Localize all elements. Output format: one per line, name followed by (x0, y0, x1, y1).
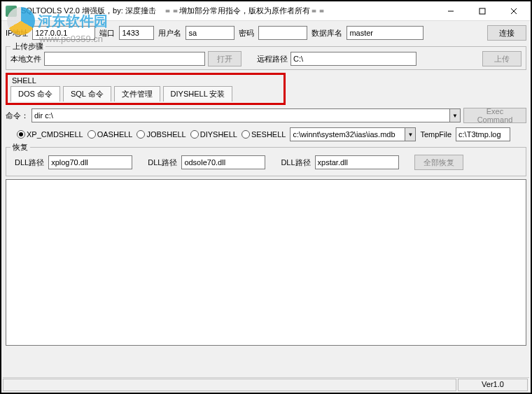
command-input[interactable] (31, 108, 449, 122)
restore-group: 恢复 DLL路径 DLL路径 DLL路径 全部恢复 (6, 147, 526, 176)
upload-button[interactable]: 上传 (482, 51, 522, 66)
tab-dos[interactable]: DOS 命令 (10, 86, 60, 101)
title-bar: SQLTOOLS V2.0 增强版，by: 深度撞击 ＝＝增加部分常用指令，版权… (1, 1, 531, 21)
chevron-down-icon[interactable]: ▼ (449, 108, 461, 122)
maximize-button[interactable] (466, 2, 498, 20)
restore-legend: 恢复 (10, 142, 30, 153)
port-label: 端口 (99, 28, 115, 38)
tempfile-input[interactable] (456, 127, 510, 141)
db-label: 数据库名 (312, 28, 342, 38)
status-bar: Ver1.0 (3, 377, 529, 391)
connection-group: IP地址 端口 用户名 密码 数据库名 连接 (1, 22, 531, 43)
tab-file-manage[interactable]: 文件管理 (114, 86, 160, 101)
dll2-input[interactable] (181, 155, 265, 169)
shell-tabstrip: DOS 命令 SQL 命令 文件管理 DIYSHELL 安装 (8, 85, 284, 101)
pwd-input[interactable] (258, 26, 307, 40)
command-label: 命令： (6, 111, 29, 121)
user-label: 用户名 (158, 28, 181, 38)
shell-path-input[interactable] (290, 127, 405, 141)
radio-diyshell[interactable]: DIYSHELL (190, 130, 237, 139)
chevron-down-icon[interactable]: ▼ (405, 127, 416, 141)
dll2-label: DLL路径 (148, 157, 177, 168)
svg-rect-1 (479, 8, 485, 14)
command-combo[interactable]: ▼ (31, 108, 461, 122)
command-row: 命令： ▼ Exec Command (1, 105, 531, 126)
shell-tabs-highlight: SHELL DOS 命令 SQL 命令 文件管理 DIYSHELL 安装 (6, 73, 286, 105)
dll1-label: DLL路径 (15, 157, 44, 168)
tab-diyshell-install[interactable]: DIYSHELL 安装 (163, 86, 233, 101)
radio-seshell[interactable]: SESHELL (241, 130, 286, 139)
status-cell-empty (3, 379, 456, 391)
output-textarea[interactable] (6, 179, 526, 346)
minimize-button[interactable] (435, 2, 466, 20)
radio-oashell[interactable]: OASHELL (88, 130, 133, 139)
tab-sql[interactable]: SQL 命令 (63, 86, 111, 101)
radio-jobshell[interactable]: JOBSHELL (136, 130, 186, 139)
window-title: SQLTOOLS V2.0 增强版，by: 深度撞击 ＝＝增加部分常用指令，版权… (21, 6, 435, 16)
status-version: Ver1.0 (458, 379, 528, 391)
connect-button[interactable]: 连接 (487, 25, 526, 41)
pwd-label: 密码 (239, 28, 254, 38)
shell-type-row: XP_CMDSHELL OASHELL JOBSHELL DIYSHELL SE… (1, 126, 531, 144)
shell-path-combo[interactable]: ▼ (290, 127, 416, 141)
app-icon (6, 6, 17, 17)
dll3-input[interactable] (315, 155, 399, 169)
shell-legend: SHELL (8, 75, 284, 85)
ip-label: IP地址 (6, 28, 28, 38)
close-button[interactable] (498, 2, 529, 20)
dll3-label: DLL路径 (281, 157, 310, 168)
remote-path-label: 远程路径 (257, 54, 288, 64)
user-input[interactable] (186, 26, 234, 40)
open-file-button[interactable]: 打开 (208, 51, 241, 66)
radio-xp-cmdshell[interactable]: XP_CMDSHELL (17, 130, 83, 139)
exec-command-button[interactable]: Exec Command (463, 108, 526, 123)
upload-group: 上传步骤 本地文件 打开 远程路径 上传 (6, 46, 526, 70)
dll1-input[interactable] (48, 155, 132, 169)
ip-input[interactable] (32, 26, 95, 40)
restore-all-button[interactable]: 全部恢复 (414, 155, 463, 170)
db-input[interactable] (346, 26, 424, 40)
local-file-input[interactable] (44, 52, 205, 66)
port-input[interactable] (119, 26, 154, 40)
local-file-label: 本地文件 (10, 54, 41, 64)
remote-path-input[interactable] (290, 52, 416, 66)
upload-legend: 上传步骤 (10, 41, 46, 52)
tempfile-label: TempFile (420, 130, 451, 139)
